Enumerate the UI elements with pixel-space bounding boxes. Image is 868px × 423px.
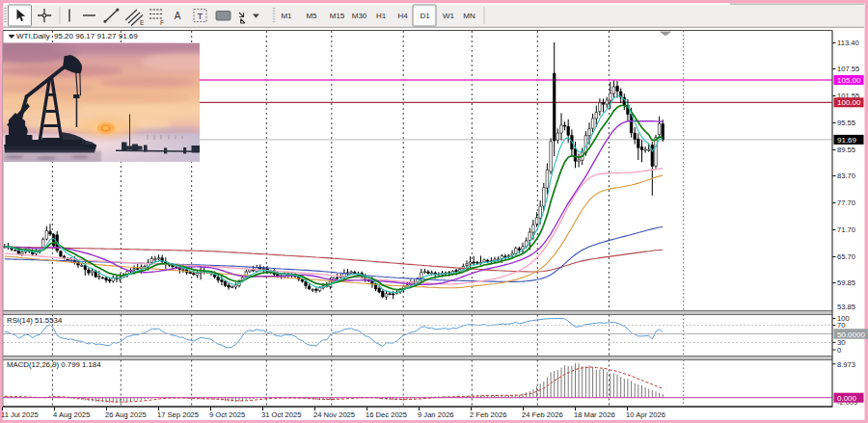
- svg-text:95.55: 95.55: [837, 119, 855, 127]
- svg-text:M5: M5: [306, 12, 317, 20]
- svg-text:H4: H4: [397, 12, 408, 20]
- svg-text:W1: W1: [443, 12, 455, 20]
- svg-text:24 Feb 2026: 24 Feb 2026: [522, 410, 563, 419]
- svg-text:53.85: 53.85: [837, 303, 855, 311]
- svg-text:89.55: 89.55: [837, 145, 855, 154]
- svg-text:MN: MN: [463, 12, 475, 20]
- svg-text:100.00: 100.00: [837, 98, 861, 107]
- svg-text:M1: M1: [281, 12, 292, 20]
- svg-text:83.70: 83.70: [837, 172, 855, 180]
- svg-text:105.00: 105.00: [837, 76, 861, 85]
- svg-text:70: 70: [837, 321, 845, 330]
- svg-text:D1: D1: [420, 12, 430, 20]
- svg-text:31 Oct 2025: 31 Oct 2025: [261, 410, 301, 419]
- svg-text:F: F: [160, 19, 164, 26]
- svg-text:71.70: 71.70: [837, 225, 855, 234]
- svg-text:18 Mar 2026: 18 Mar 2026: [574, 410, 615, 419]
- svg-text:M30: M30: [352, 12, 367, 20]
- svg-text:11 Jul 2025: 11 Jul 2025: [1, 410, 39, 419]
- svg-text:T: T: [198, 11, 203, 21]
- svg-text:77.70: 77.70: [837, 198, 855, 207]
- svg-text:RSI(14) 51.5534: RSI(14) 51.5534: [7, 316, 63, 325]
- svg-text:16 Dec 2025: 16 Dec 2025: [366, 410, 407, 419]
- svg-text:17 Sep 2025: 17 Sep 2025: [157, 410, 199, 419]
- svg-text:4 Aug 2025: 4 Aug 2025: [53, 410, 90, 419]
- svg-text:95.20 96.17 91.27 91.69: 95.20 96.17 91.27 91.69: [54, 32, 138, 40]
- svg-text:24 Nov 2025: 24 Nov 2025: [313, 410, 355, 419]
- svg-text:65.70: 65.70: [837, 252, 855, 261]
- svg-text:H1: H1: [376, 12, 387, 20]
- svg-text:9 Jan 2026: 9 Jan 2026: [418, 410, 454, 419]
- svg-text:91.69: 91.69: [837, 136, 857, 145]
- svg-text:MACD(12,26,9) 0.799 1.184: MACD(12,26,9) 0.799 1.184: [7, 360, 101, 369]
- svg-text:26 Aug 2025: 26 Aug 2025: [105, 410, 147, 419]
- svg-text:50.0000: 50.0000: [837, 330, 865, 339]
- svg-text:M15: M15: [330, 12, 345, 20]
- svg-text:WTI,Daily: WTI,Daily: [16, 32, 50, 40]
- svg-text:0.000: 0.000: [837, 394, 857, 403]
- svg-text:A: A: [175, 11, 181, 21]
- svg-text:E: E: [140, 19, 145, 26]
- svg-text:8.973: 8.973: [837, 360, 855, 369]
- svg-text:0: 0: [837, 346, 841, 355]
- svg-text:113.40: 113.40: [837, 39, 859, 47]
- svg-text:10 Apr 2026: 10 Apr 2026: [626, 410, 665, 419]
- svg-text:107.55: 107.55: [837, 65, 859, 73]
- svg-text:2 Feb 2026: 2 Feb 2026: [470, 410, 506, 419]
- svg-text:59.85: 59.85: [837, 278, 855, 287]
- svg-text:9 Oct 2025: 9 Oct 2025: [209, 410, 245, 419]
